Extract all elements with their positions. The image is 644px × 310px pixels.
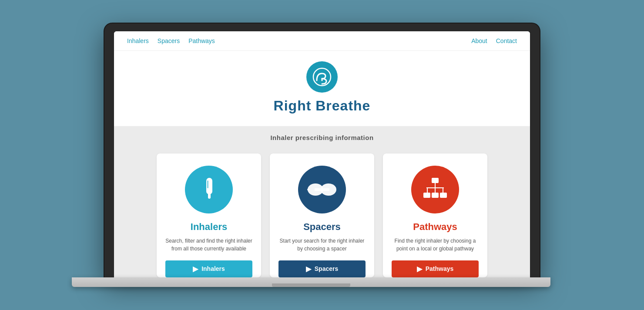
spacers-btn-arrow: ▶ (306, 265, 311, 273)
site-header: Inhalers Spacers Pathways About Contact (114, 31, 530, 51)
spacers-button[interactable]: ▶ Spacers (278, 260, 366, 277)
nav-inhalers[interactable]: Inhalers (127, 37, 149, 44)
laptop-screen-outer: Inhalers Spacers Pathways About Contact (104, 23, 540, 277)
site-logo-section: Right Breathe (114, 51, 530, 126)
spacers-btn-label: Spacers (315, 265, 338, 272)
pathways-btn-label: Pathways (426, 265, 454, 272)
svg-rect-10 (435, 183, 436, 187)
inhaler-icon (198, 176, 220, 203)
inhalers-button[interactable]: ▶ Inhalers (165, 260, 252, 277)
card-inhalers: Inhalers Search, filter and find the rig… (157, 153, 261, 277)
svg-rect-7 (315, 188, 329, 191)
pathways-icon-circle (411, 166, 459, 213)
pathways-button[interactable]: ▶ Pathways (392, 260, 479, 277)
laptop-mockup: Inhalers Spacers Pathways About Contact (104, 23, 540, 287)
site-title: Right Breathe (114, 98, 530, 114)
nav-pathways[interactable]: Pathways (188, 37, 215, 44)
inhalers-btn-label: Inhalers (201, 265, 225, 272)
svg-rect-17 (440, 193, 447, 198)
svg-rect-14 (443, 188, 443, 193)
pathways-title: Pathways (413, 221, 457, 233)
inhalers-title: Inhalers (191, 221, 227, 233)
nav-about[interactable]: About (471, 37, 487, 44)
cards-section: Inhalers Search, filter and find the rig… (114, 149, 530, 277)
laptop-screen-inner: Inhalers Spacers Pathways About Contact (114, 31, 530, 277)
logo-circle (306, 61, 338, 93)
svg-rect-16 (432, 193, 439, 198)
spacers-title: Spacers (303, 221, 341, 233)
pathways-btn-arrow: ▶ (417, 265, 422, 273)
card-pathways: Pathways Find the right inhaler by choos… (383, 153, 487, 277)
inhalers-icon-circle (185, 166, 233, 213)
section-subtitle: Inhaler prescribing information (114, 134, 530, 141)
svg-rect-15 (423, 193, 430, 198)
nav-right: About Contact (471, 37, 517, 44)
svg-rect-12 (427, 188, 428, 193)
inhalers-desc: Search, filter and find the right inhale… (165, 237, 252, 253)
pathway-icon (422, 177, 448, 202)
svg-rect-4 (207, 180, 208, 188)
pathways-desc: Find the right inhaler by choosing a poi… (392, 237, 479, 253)
card-spacers: Spacers Start your search for the right … (270, 153, 374, 277)
spacers-icon-circle (298, 166, 346, 213)
svg-rect-9 (432, 178, 439, 183)
section-subtitle-bar: Inhaler prescribing information (114, 126, 530, 149)
spacers-desc: Start your search for the right inhaler … (278, 237, 366, 253)
nav-contact[interactable]: Contact (496, 37, 517, 44)
inhalers-btn-arrow: ▶ (193, 265, 198, 273)
laptop-base (72, 277, 550, 287)
svg-rect-8 (307, 189, 310, 190)
logo-icon (312, 67, 332, 87)
nav-spacers[interactable]: Spacers (158, 37, 180, 44)
nav-left: Inhalers Spacers Pathways (127, 37, 215, 44)
svg-rect-13 (435, 188, 436, 193)
svg-rect-11 (426, 187, 444, 188)
spacer-icon (307, 182, 337, 197)
svg-rect-3 (208, 193, 211, 199)
